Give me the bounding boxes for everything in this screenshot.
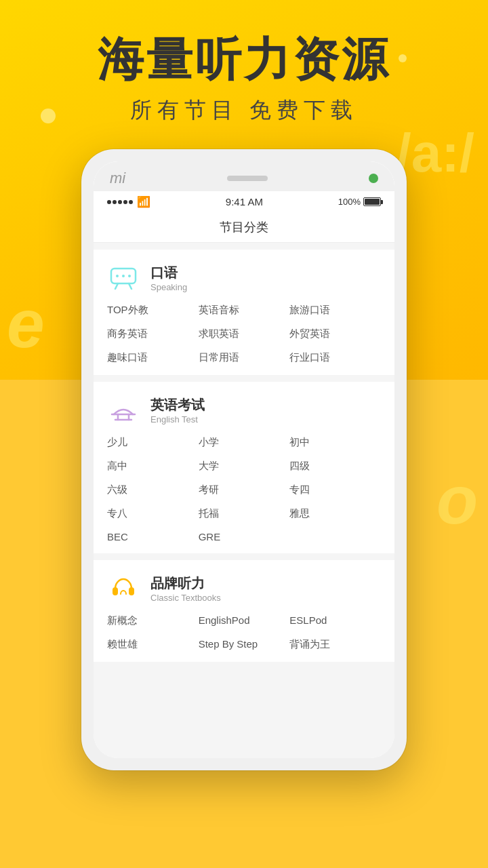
tag-foreign-trade[interactable]: 外贸英语 <box>289 328 381 340</box>
nav-title: 节目分类 <box>220 220 268 234</box>
category-brand: 品牌听力 Classic Textbooks 新概念 EnglishPod ES… <box>94 560 394 662</box>
tag-industry-speaking[interactable]: 行业口语 <box>289 351 381 364</box>
category-english-test: 英语考试 English Test 少儿 小学 初中 高中 大学 四级 六级 考… <box>94 382 394 553</box>
english-test-icon <box>107 394 140 427</box>
speaking-icon <box>107 262 140 294</box>
tag-cet4[interactable]: 四级 <box>289 460 381 473</box>
speaking-title-zh: 口语 <box>150 264 187 282</box>
tag-children[interactable]: 少儿 <box>107 436 199 449</box>
hero-title: 海量听力资源 <box>0 34 488 85</box>
tag-eslpod[interactable]: ESLPod <box>289 614 381 627</box>
mi-logo: mi <box>110 170 125 187</box>
phone-mockup: mi 📶 9:41 AM 100% <box>81 149 407 770</box>
status-time: 9:41 AM <box>226 196 263 208</box>
tag-new-concept[interactable]: 新概念 <box>107 614 199 627</box>
english-test-tags: 少儿 小学 初中 高中 大学 四级 六级 考研 专四 专八 托福 雅思 BEC … <box>94 433 394 553</box>
tag-toefl[interactable]: 托福 <box>199 507 290 520</box>
svg-point-1 <box>116 275 119 277</box>
tag-lai-shixiong[interactable]: 赖世雄 <box>107 638 199 651</box>
tag-junior[interactable]: 初中 <box>289 436 381 449</box>
tag-recitation-king[interactable]: 背诵为王 <box>289 638 381 651</box>
battery-percentage: 100% <box>338 197 361 207</box>
wifi-icon: 📶 <box>137 195 150 208</box>
category-list[interactable]: 口语 Speaking TOP外教 英语音标 旅游口语 商务英语 求职英语 外贸… <box>94 243 394 758</box>
svg-rect-5 <box>129 587 134 595</box>
tag-daily-phrases[interactable]: 日常用语 <box>199 351 290 364</box>
tag-englishpod[interactable]: EnglishPod <box>199 614 290 627</box>
hero-subtitle: 所有节目 免费下载 <box>0 96 488 125</box>
tag-tem4[interactable]: 专四 <box>289 484 381 496</box>
english-test-title-en: English Test <box>150 414 205 425</box>
tag-empty <box>289 531 381 542</box>
tag-top-foreign-teacher[interactable]: TOP外教 <box>107 304 199 317</box>
status-bar: 📶 9:41 AM 100% <box>94 191 394 212</box>
tag-step-by-step[interactable]: Step By Step <box>199 638 290 651</box>
speaking-title-en: Speaking <box>150 282 187 292</box>
tag-tem8[interactable]: 专八 <box>107 507 199 520</box>
tag-postgraduate[interactable]: 考研 <box>199 484 290 496</box>
battery-icon <box>363 197 381 206</box>
tag-primary[interactable]: 小学 <box>199 436 290 449</box>
tag-gre[interactable]: GRE <box>199 531 290 542</box>
svg-point-3 <box>128 275 131 277</box>
svg-rect-4 <box>113 587 118 595</box>
phone-speaker <box>227 176 268 181</box>
tag-ielts[interactable]: 雅思 <box>289 507 381 520</box>
tag-business-english[interactable]: 商务英语 <box>107 328 199 340</box>
tag-high-school[interactable]: 高中 <box>107 460 199 473</box>
tag-bec[interactable]: BEC <box>107 531 199 542</box>
brand-title-zh: 品牌听力 <box>150 574 221 593</box>
phone-camera <box>369 174 378 183</box>
tag-job-english[interactable]: 求职英语 <box>199 328 290 340</box>
brand-tags: 新概念 EnglishPod ESLPod 赖世雄 Step By Step 背… <box>94 612 394 662</box>
deco-phonetic: /a:/ <box>396 122 474 184</box>
signal-bars <box>107 200 133 204</box>
nav-bar: 节目分类 <box>94 212 394 243</box>
tag-cet6[interactable]: 六级 <box>107 484 199 496</box>
svg-point-2 <box>122 275 125 277</box>
tag-phonetics[interactable]: 英语音标 <box>199 304 290 317</box>
english-test-title-zh: 英语考试 <box>150 396 205 414</box>
tag-travel-speaking[interactable]: 旅游口语 <box>289 304 381 317</box>
category-speaking: 口语 Speaking TOP外教 英语音标 旅游口语 商务英语 求职英语 外贸… <box>94 250 394 375</box>
tag-fun-speaking[interactable]: 趣味口语 <box>107 351 199 364</box>
speaking-tags: TOP外教 英语音标 旅游口语 商务英语 求职英语 外贸英语 趣味口语 日常用语… <box>94 301 394 375</box>
deco-letter-e: e <box>7 285 45 363</box>
brand-title-en: Classic Textbooks <box>150 593 221 603</box>
deco-letter-o: o <box>436 461 478 539</box>
tag-university[interactable]: 大学 <box>199 460 290 473</box>
brand-icon <box>107 572 140 605</box>
